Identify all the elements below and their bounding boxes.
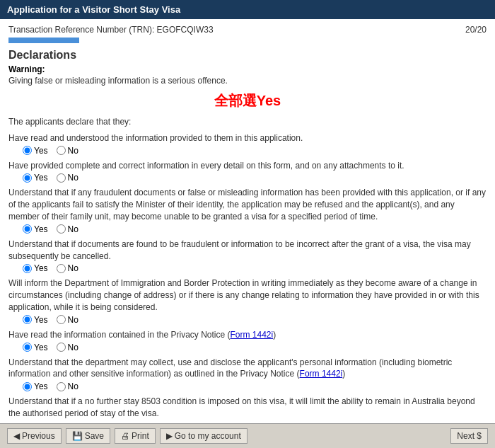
warning-label: Warning: [8,64,487,74]
radio-yes-4[interactable]: Yes [23,224,48,234]
radio-yes-8[interactable]: Yes [23,381,48,391]
declaration-item-2: Have read and understood the information… [8,132,487,156]
radio-no-2[interactable]: No [57,146,78,156]
declaration-text-1: The applicants declare that they: [8,116,487,128]
declaration-text-2: Have read and understood the information… [8,132,487,144]
radio-yes-3[interactable]: Yes [23,173,48,183]
radio-yes-7[interactable]: Yes [23,343,48,352]
print-button[interactable]: 🖨 Print [115,428,156,430]
all-yes-label: 全部選Yes [8,91,487,110]
declaration-item-3: Have provided complete and correct infor… [8,160,487,183]
declaration-text-4: Understand that if any fraudulent docume… [8,187,487,222]
declaration-item-9: Understand that if a no further stay 850… [8,396,487,421]
declaration-item-8: Understand that the department may colle… [8,357,487,392]
declaration-item-7: Have read the information contained in t… [8,329,487,352]
radio-no-6[interactable]: No [57,315,78,325]
previous-button[interactable]: ◀ Previous [7,428,62,430]
declaration-item-1: The applicants declare that they: [8,116,487,128]
declaration-text-8: Understand that the department may colle… [8,357,487,381]
radio-no-4[interactable]: No [57,224,78,234]
save-button[interactable]: 💾 Save [66,428,110,430]
radio-yes-6[interactable]: Yes [23,315,48,325]
radio-yes-2[interactable]: Yes [23,146,48,156]
radio-no-3[interactable]: No [57,173,78,183]
form-1442i-link-2[interactable]: Form 1442i [300,369,343,379]
header-bar: Application for a Visitor Short Stay Vis… [0,0,495,19]
declaration-item-5: Understand that if documents are found t… [8,239,487,274]
header-title: Application for a Visitor Short Stay Vis… [7,4,180,15]
radio-no-7[interactable]: No [57,343,78,352]
section-title: Declarations [8,49,487,62]
next-button[interactable]: Next $ [450,428,488,430]
declaration-text-9: Understand that if a no further stay 850… [8,396,487,420]
footer-bar: ◀ Previous 💾 Save 🖨 Print ▶ Go to my acc… [0,423,495,430]
progress-bar-fill [8,38,79,43]
warning-text: Giving false or misleading information i… [8,76,487,86]
radio-no-5[interactable]: No [57,263,78,273]
declaration-text-5: Understand that if documents are found t… [8,239,487,263]
declaration-text-3: Have provided complete and correct infor… [8,160,487,172]
page-count: 20/20 [465,25,487,35]
declaration-item-4: Understand that if any fraudulent docume… [8,187,487,234]
declaration-text-6: Will inform the Department of Immigratio… [8,277,487,313]
form-1442i-link-1[interactable]: Form 1442i [231,330,274,340]
go-to-account-button[interactable]: ▶ Go to my account [160,428,248,430]
declaration-text-7: Have read the information contained in t… [8,329,487,341]
declaration-item-6: Will inform the Department of Immigratio… [8,277,487,324]
progress-bar-container [8,38,79,43]
radio-yes-5[interactable]: Yes [23,263,48,273]
trn-label: Transaction Reference Number (TRN): EGOF… [8,25,214,35]
radio-no-8[interactable]: No [57,381,78,391]
